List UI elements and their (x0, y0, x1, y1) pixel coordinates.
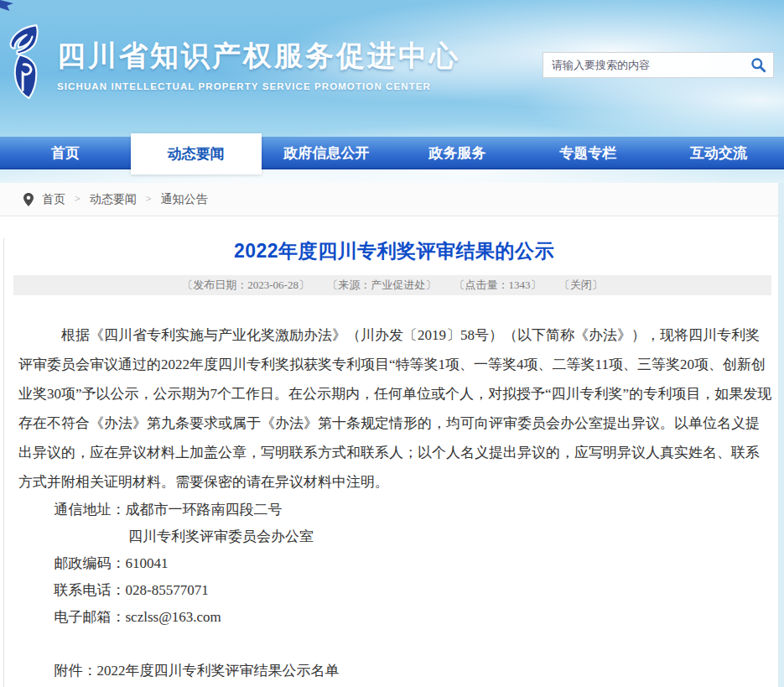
breadcrumb-separator: > (146, 193, 152, 206)
site-header: 四川省知识产权服务促进中心 SICHUAN INTELLECTUAL PROPE… (0, 0, 784, 183)
nav-item-interaction[interactable]: 互动交流 (653, 137, 784, 168)
site-title: 四川省知识产权服务促进中心 (57, 37, 460, 75)
contact-address-line: 通信地址：成都市一环路南四段二号 (18, 497, 772, 523)
site-subtitle: SICHUAN INTELLECTUAL PROPERTY SERVICE PR… (57, 81, 460, 91)
site-logo[interactable] (8, 22, 43, 106)
breadcrumb-separator: > (75, 193, 80, 206)
nav-item-home[interactable]: 首页 (0, 137, 131, 168)
article-meta-bar: 〔发布日期：2023-06-28〕 〔来源：产业促进处〕 〔点击量：1343〕 … (13, 275, 771, 295)
corner-flame-decoration (0, 0, 13, 11)
search-button[interactable] (743, 53, 773, 77)
contact-postcode-line: 邮政编码：610041 (18, 550, 772, 577)
breadcrumb: 首页 > 动态要闻 > 通知公告 (0, 183, 784, 216)
contact-office-line: 四川专利奖评审委员会办公室 (18, 523, 772, 550)
contact-email-line: 电子邮箱：sczlss@163.com (18, 604, 772, 631)
search-input[interactable] (543, 53, 743, 77)
article-title: 2022年度四川专利奖评审结果的公示 (4, 238, 784, 264)
main-nav: 首页 动态要闻 政府信息公开 政务服务 专题专栏 互动交流 (0, 137, 784, 169)
search-box (543, 52, 774, 78)
attachment-link[interactable]: 附件：2022年度四川专利奖评审结果公示名单 (18, 658, 772, 684)
site-title-block: 四川省知识产权服务促进中心 SICHUAN INTELLECTUAL PROPE… (57, 37, 460, 91)
article-paragraph: 根据《四川省专利实施与产业化奖激励办法》（川办发〔2019〕58号）（以下简称《… (18, 320, 772, 497)
article: 2022年度四川专利奖评审结果的公示 〔发布日期：2023-06-28〕 〔来源… (3, 238, 784, 687)
page-right-edge (778, 183, 784, 687)
meta-hit-count: 〔点击量：1343〕 (454, 278, 541, 291)
meta-source: 〔来源：产业促进处〕 (327, 278, 436, 291)
nav-item-news[interactable]: 动态要闻 (131, 133, 262, 174)
nav-item-special-topics[interactable]: 专题专栏 (522, 137, 653, 168)
breadcrumb-home[interactable]: 首页 (42, 192, 65, 207)
meta-publish-date: 〔发布日期：2023-06-28〕 (182, 278, 309, 291)
breadcrumb-news[interactable]: 动态要闻 (90, 192, 137, 207)
meta-close-button[interactable]: 〔关闭〕 (559, 278, 603, 291)
location-pin-icon (23, 193, 34, 206)
nav-item-gov-info[interactable]: 政府信息公开 (262, 137, 392, 168)
breadcrumb-notices[interactable]: 通知公告 (161, 192, 208, 207)
contact-phone-line: 联系电话：028-85577071 (18, 577, 772, 604)
article-body: 根据《四川省专利实施与产业化奖激励办法》（川办发〔2019〕58号）（以下简称《… (4, 295, 784, 687)
nav-item-gov-services[interactable]: 政务服务 (392, 137, 522, 168)
search-icon (750, 57, 766, 73)
torch-flame-p-logo-icon (8, 22, 43, 102)
